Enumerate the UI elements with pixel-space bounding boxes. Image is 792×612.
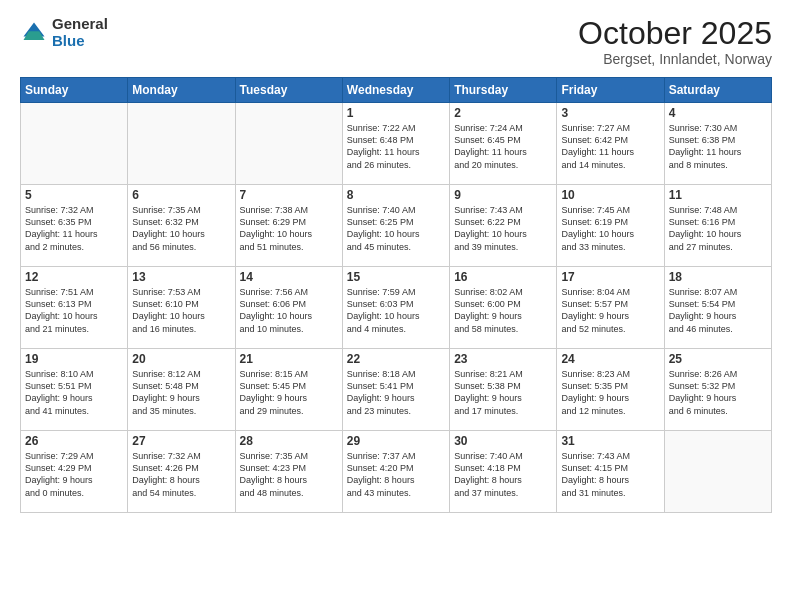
day-number: 19 [25, 352, 123, 366]
day-number: 7 [240, 188, 338, 202]
day-number: 12 [25, 270, 123, 284]
calendar-cell: 16Sunrise: 8:02 AM Sunset: 6:00 PM Dayli… [450, 267, 557, 349]
calendar-week-row: 5Sunrise: 7:32 AM Sunset: 6:35 PM Daylig… [21, 185, 772, 267]
logo-text: General Blue [52, 16, 108, 49]
calendar-week-row: 12Sunrise: 7:51 AM Sunset: 6:13 PM Dayli… [21, 267, 772, 349]
day-number: 22 [347, 352, 445, 366]
day-number: 9 [454, 188, 552, 202]
logo-blue-text: Blue [52, 33, 108, 50]
day-info: Sunrise: 7:40 AM Sunset: 6:25 PM Dayligh… [347, 204, 445, 253]
calendar-cell: 14Sunrise: 7:56 AM Sunset: 6:06 PM Dayli… [235, 267, 342, 349]
day-number: 28 [240, 434, 338, 448]
weekday-header: Thursday [450, 78, 557, 103]
day-number: 13 [132, 270, 230, 284]
day-number: 14 [240, 270, 338, 284]
calendar-cell: 15Sunrise: 7:59 AM Sunset: 6:03 PM Dayli… [342, 267, 449, 349]
day-number: 26 [25, 434, 123, 448]
calendar-cell: 11Sunrise: 7:48 AM Sunset: 6:16 PM Dayli… [664, 185, 771, 267]
calendar-cell: 27Sunrise: 7:32 AM Sunset: 4:26 PM Dayli… [128, 431, 235, 513]
day-info: Sunrise: 8:04 AM Sunset: 5:57 PM Dayligh… [561, 286, 659, 335]
day-number: 6 [132, 188, 230, 202]
month-title: October 2025 [578, 16, 772, 51]
day-number: 25 [669, 352, 767, 366]
calendar-cell: 9Sunrise: 7:43 AM Sunset: 6:22 PM Daylig… [450, 185, 557, 267]
day-info: Sunrise: 8:02 AM Sunset: 6:00 PM Dayligh… [454, 286, 552, 335]
day-number: 16 [454, 270, 552, 284]
day-number: 23 [454, 352, 552, 366]
day-number: 15 [347, 270, 445, 284]
calendar-week-row: 19Sunrise: 8:10 AM Sunset: 5:51 PM Dayli… [21, 349, 772, 431]
calendar-cell: 21Sunrise: 8:15 AM Sunset: 5:45 PM Dayli… [235, 349, 342, 431]
weekday-header: Tuesday [235, 78, 342, 103]
calendar: SundayMondayTuesdayWednesdayThursdayFrid… [20, 77, 772, 513]
calendar-cell: 6Sunrise: 7:35 AM Sunset: 6:32 PM Daylig… [128, 185, 235, 267]
day-info: Sunrise: 7:56 AM Sunset: 6:06 PM Dayligh… [240, 286, 338, 335]
calendar-week-row: 26Sunrise: 7:29 AM Sunset: 4:29 PM Dayli… [21, 431, 772, 513]
day-number: 27 [132, 434, 230, 448]
logo: General Blue [20, 16, 108, 49]
calendar-cell [21, 103, 128, 185]
day-info: Sunrise: 7:27 AM Sunset: 6:42 PM Dayligh… [561, 122, 659, 171]
calendar-cell: 8Sunrise: 7:40 AM Sunset: 6:25 PM Daylig… [342, 185, 449, 267]
day-info: Sunrise: 7:30 AM Sunset: 6:38 PM Dayligh… [669, 122, 767, 171]
day-info: Sunrise: 7:48 AM Sunset: 6:16 PM Dayligh… [669, 204, 767, 253]
calendar-cell: 20Sunrise: 8:12 AM Sunset: 5:48 PM Dayli… [128, 349, 235, 431]
calendar-cell: 13Sunrise: 7:53 AM Sunset: 6:10 PM Dayli… [128, 267, 235, 349]
calendar-cell: 31Sunrise: 7:43 AM Sunset: 4:15 PM Dayli… [557, 431, 664, 513]
calendar-week-row: 1Sunrise: 7:22 AM Sunset: 6:48 PM Daylig… [21, 103, 772, 185]
calendar-cell: 22Sunrise: 8:18 AM Sunset: 5:41 PM Dayli… [342, 349, 449, 431]
page: General Blue October 2025 Bergset, Innla… [0, 0, 792, 612]
calendar-cell: 29Sunrise: 7:37 AM Sunset: 4:20 PM Dayli… [342, 431, 449, 513]
calendar-cell: 24Sunrise: 8:23 AM Sunset: 5:35 PM Dayli… [557, 349, 664, 431]
day-number: 1 [347, 106, 445, 120]
calendar-cell: 4Sunrise: 7:30 AM Sunset: 6:38 PM Daylig… [664, 103, 771, 185]
day-number: 30 [454, 434, 552, 448]
day-info: Sunrise: 7:32 AM Sunset: 4:26 PM Dayligh… [132, 450, 230, 499]
day-info: Sunrise: 7:24 AM Sunset: 6:45 PM Dayligh… [454, 122, 552, 171]
weekday-header: Friday [557, 78, 664, 103]
day-info: Sunrise: 8:12 AM Sunset: 5:48 PM Dayligh… [132, 368, 230, 417]
location: Bergset, Innlandet, Norway [578, 51, 772, 67]
calendar-cell: 12Sunrise: 7:51 AM Sunset: 6:13 PM Dayli… [21, 267, 128, 349]
day-number: 24 [561, 352, 659, 366]
calendar-cell: 10Sunrise: 7:45 AM Sunset: 6:19 PM Dayli… [557, 185, 664, 267]
calendar-cell: 28Sunrise: 7:35 AM Sunset: 4:23 PM Dayli… [235, 431, 342, 513]
day-info: Sunrise: 8:18 AM Sunset: 5:41 PM Dayligh… [347, 368, 445, 417]
day-info: Sunrise: 7:45 AM Sunset: 6:19 PM Dayligh… [561, 204, 659, 253]
day-info: Sunrise: 7:35 AM Sunset: 4:23 PM Dayligh… [240, 450, 338, 499]
day-number: 10 [561, 188, 659, 202]
day-info: Sunrise: 7:22 AM Sunset: 6:48 PM Dayligh… [347, 122, 445, 171]
logo-general-text: General [52, 16, 108, 33]
day-number: 21 [240, 352, 338, 366]
weekday-header: Saturday [664, 78, 771, 103]
day-info: Sunrise: 7:37 AM Sunset: 4:20 PM Dayligh… [347, 450, 445, 499]
weekday-header: Sunday [21, 78, 128, 103]
day-number: 3 [561, 106, 659, 120]
day-info: Sunrise: 8:23 AM Sunset: 5:35 PM Dayligh… [561, 368, 659, 417]
calendar-cell: 17Sunrise: 8:04 AM Sunset: 5:57 PM Dayli… [557, 267, 664, 349]
day-info: Sunrise: 8:26 AM Sunset: 5:32 PM Dayligh… [669, 368, 767, 417]
header: General Blue October 2025 Bergset, Innla… [20, 16, 772, 67]
calendar-cell [664, 431, 771, 513]
calendar-cell: 26Sunrise: 7:29 AM Sunset: 4:29 PM Dayli… [21, 431, 128, 513]
day-info: Sunrise: 8:07 AM Sunset: 5:54 PM Dayligh… [669, 286, 767, 335]
day-number: 2 [454, 106, 552, 120]
title-block: October 2025 Bergset, Innlandet, Norway [578, 16, 772, 67]
calendar-cell [235, 103, 342, 185]
calendar-cell: 19Sunrise: 8:10 AM Sunset: 5:51 PM Dayli… [21, 349, 128, 431]
day-number: 5 [25, 188, 123, 202]
day-number: 18 [669, 270, 767, 284]
day-info: Sunrise: 7:38 AM Sunset: 6:29 PM Dayligh… [240, 204, 338, 253]
calendar-cell: 3Sunrise: 7:27 AM Sunset: 6:42 PM Daylig… [557, 103, 664, 185]
calendar-cell: 1Sunrise: 7:22 AM Sunset: 6:48 PM Daylig… [342, 103, 449, 185]
weekday-header: Monday [128, 78, 235, 103]
day-number: 20 [132, 352, 230, 366]
day-info: Sunrise: 8:15 AM Sunset: 5:45 PM Dayligh… [240, 368, 338, 417]
weekday-header: Wednesday [342, 78, 449, 103]
day-number: 17 [561, 270, 659, 284]
calendar-cell: 23Sunrise: 8:21 AM Sunset: 5:38 PM Dayli… [450, 349, 557, 431]
day-info: Sunrise: 7:29 AM Sunset: 4:29 PM Dayligh… [25, 450, 123, 499]
day-info: Sunrise: 7:43 AM Sunset: 4:15 PM Dayligh… [561, 450, 659, 499]
day-info: Sunrise: 8:10 AM Sunset: 5:51 PM Dayligh… [25, 368, 123, 417]
day-info: Sunrise: 7:32 AM Sunset: 6:35 PM Dayligh… [25, 204, 123, 253]
